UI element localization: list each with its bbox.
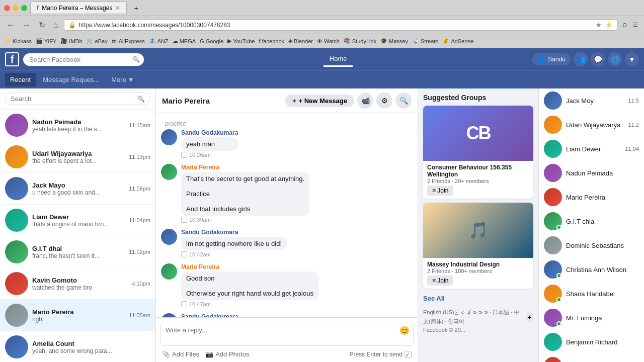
- maximize-button[interactable]: [21, 5, 27, 11]
- settings-icon-btn[interactable]: ▼: [625, 52, 639, 66]
- sidebar-search-input[interactable]: [11, 95, 134, 103]
- ext-menu[interactable]: ☰: [631, 21, 640, 29]
- people-benjamin[interactable]: Benjamin Richard: [539, 330, 644, 354]
- subnav-more[interactable]: More ▼: [106, 73, 139, 86]
- conv-jack[interactable]: Jack Mayo u need a good skin and... 11:0…: [0, 173, 155, 205]
- msg-check-1: [181, 152, 187, 158]
- group-card-1: CB Consumer Behaviour 156.355 Wellington…: [423, 106, 533, 199]
- bookmark-watch[interactable]: 👁 Watch: [317, 38, 340, 44]
- nav-home[interactable]: Home: [324, 52, 353, 67]
- ext-opera[interactable]: O: [620, 21, 629, 29]
- bookmark-blender[interactable]: ◈ Blender: [288, 38, 313, 44]
- conv-nadun[interactable]: Nadun Peimada yeah lets keep it in the s…: [0, 110, 155, 141]
- tab-close-icon[interactable]: ✕: [115, 5, 120, 12]
- bookmark-mega[interactable]: ☁ MEGA: [173, 38, 196, 44]
- address-bar[interactable]: 🔒 https://www.facebook.com/messages/1000…: [64, 19, 618, 31]
- people-liam[interactable]: Liam Dewer 11:04: [539, 137, 644, 161]
- people-avatar-jack: [544, 92, 562, 110]
- people-shana[interactable]: Shana Handabel: [539, 282, 644, 306]
- press-enter-label: Press Enter to send ✓: [350, 351, 412, 358]
- join-group-2-button[interactable]: ≡ Join: [427, 276, 453, 286]
- lang-plus-button[interactable]: +: [526, 312, 533, 322]
- conv-avatar-liam: [5, 209, 28, 232]
- conv-liam[interactable]: Liam Dewer thats a origins of mario bro.…: [0, 205, 155, 236]
- browser-tab[interactable]: f Mario Pereira – Messages ✕: [30, 2, 127, 14]
- user-chip[interactable]: 👤 Sandu: [532, 53, 571, 65]
- new-tab-button[interactable]: +: [130, 2, 142, 14]
- home-button[interactable]: ⌂: [51, 20, 61, 31]
- bookmark-anz[interactable]: 🏦 ANZ: [149, 38, 169, 44]
- reload-button[interactable]: ↻: [36, 19, 48, 31]
- people-christina[interactable]: Christina Ann Wilson: [539, 257, 644, 282]
- footer-copy: Facebook © 20...: [423, 326, 533, 335]
- people-avatar-amold: [544, 357, 562, 362]
- add-photos-button[interactable]: 📷 Add Photos: [205, 350, 249, 358]
- people-mr-luminga[interactable]: Mr. Luminga: [539, 306, 644, 330]
- conv-amelia[interactable]: Amelia Count yeah, and some wrong para..…: [0, 331, 155, 362]
- conv-git[interactable]: G.I.T dhal franc, the hasn't seen it... …: [0, 236, 155, 268]
- people-avatar-benjamin: [544, 333, 562, 351]
- people-nadun[interactable]: Nadun Peimada: [539, 161, 644, 185]
- chat-actions: + + New Message 📹 ⚙ 🔍: [285, 93, 412, 109]
- bookmark-google[interactable]: G Google: [200, 38, 223, 44]
- messages-icon-btn[interactable]: 💬: [591, 52, 605, 66]
- msg-check-2: [181, 217, 187, 223]
- fb-search-input[interactable]: [23, 53, 144, 66]
- people-mario[interactable]: Mario Pereira: [539, 185, 644, 209]
- msg-content-2: Mario Pereira That's the secret to get g…: [181, 164, 309, 223]
- msg-row-3: Sandu Godakumara im not getting nowhere …: [161, 229, 413, 257]
- friends-icon-btn[interactable]: 👥: [574, 52, 588, 66]
- emoji-button[interactable]: 😊: [399, 326, 410, 335]
- see-all-button[interactable]: See All: [423, 293, 533, 304]
- join-group-1-button[interactable]: ≡ Join: [427, 186, 453, 196]
- bookmark-aliexpress[interactable]: 🛍 AliExpress: [112, 38, 145, 44]
- people-dominic[interactable]: Dominic Sebastians: [539, 233, 644, 257]
- forward-button[interactable]: →: [20, 20, 33, 31]
- settings-button[interactable]: ⚙: [376, 93, 392, 109]
- bookmark-stream[interactable]: 📡 Stream: [412, 38, 438, 44]
- online-indicator-luminga: [556, 321, 561, 326]
- add-files-button[interactable]: 📎 Add Files: [162, 350, 199, 358]
- conv-mario[interactable]: Mario Pereira right 11:05am: [0, 300, 155, 331]
- msg-check-3: [181, 251, 187, 257]
- sidebar-search-icon: 🔍: [137, 96, 145, 103]
- people-amold[interactable]: Amold White: [539, 354, 644, 362]
- people-avatar-nadun: [544, 164, 562, 182]
- people-jack[interactable]: Jack Moy 11:5: [539, 88, 644, 113]
- bookmark-kickass[interactable]: ⚡ Kickass: [4, 38, 32, 44]
- search-chat-button[interactable]: 🔍: [395, 93, 412, 109]
- subnav-recent[interactable]: Recent: [5, 73, 36, 86]
- people-git[interactable]: G.I.T chia: [539, 209, 644, 233]
- bookmark-massey[interactable]: 🎓 Massey: [380, 38, 408, 44]
- bookmark-studylink[interactable]: 📚 StudyLink: [344, 38, 376, 44]
- photo-icon: 📷: [205, 350, 213, 358]
- enter-checkbox[interactable]: ✓: [405, 351, 412, 358]
- bookmark-yify[interactable]: 🎬 YIFY: [36, 38, 56, 44]
- conv-info-git: G.I.T dhal franc, the hasn't seen it...: [32, 245, 125, 259]
- new-message-button[interactable]: + + New Message: [285, 95, 354, 107]
- input-actions: 📎 Add Files 📷 Add Photos: [162, 350, 249, 358]
- group-card-img-1: CB: [423, 106, 533, 161]
- paperclip-icon: 📎: [162, 350, 170, 358]
- msg-time-3: 10:42am: [181, 251, 287, 257]
- bookmark-ebay[interactable]: 🛒 eBay: [87, 38, 108, 44]
- notifications-icon-btn[interactable]: 🌐: [608, 52, 622, 66]
- subnav-requests[interactable]: Message Reques...: [38, 73, 104, 86]
- reply-input[interactable]: [160, 322, 414, 346]
- browser-chrome: f Mario Pereira – Messages ✕ +: [0, 0, 644, 16]
- conv-udari[interactable]: Udari Wijayawariya the effort is spent a…: [0, 141, 155, 173]
- bookmark-imdb[interactable]: 🎥 IMDb: [60, 38, 82, 44]
- back-button[interactable]: ←: [4, 20, 17, 31]
- close-button[interactable]: [4, 5, 10, 11]
- people-udari[interactable]: Udari Wijayawarya 11:2: [539, 113, 644, 137]
- bookmark-facebook[interactable]: f facebook: [259, 38, 284, 44]
- bookmark-adsense[interactable]: 💰 AdSense: [442, 38, 473, 44]
- minimize-button[interactable]: [13, 5, 19, 11]
- conv-kavin[interactable]: Kavin Gomoto watched the game bro 4:10pm: [0, 268, 155, 300]
- video-call-button[interactable]: 📹: [357, 93, 373, 109]
- bookmark-youtube[interactable]: ▶ YouTube: [227, 38, 255, 44]
- fb-subnav: Recent Message Reques... More ▼: [0, 70, 644, 88]
- msg-avatar-mario2: [161, 263, 177, 280]
- chat-input-area: 😊 📎 Add Files 📷 Add Photos Press Enter t…: [156, 317, 418, 362]
- msg-bubble-4: Good sonOtherwise your right hand would …: [181, 272, 318, 300]
